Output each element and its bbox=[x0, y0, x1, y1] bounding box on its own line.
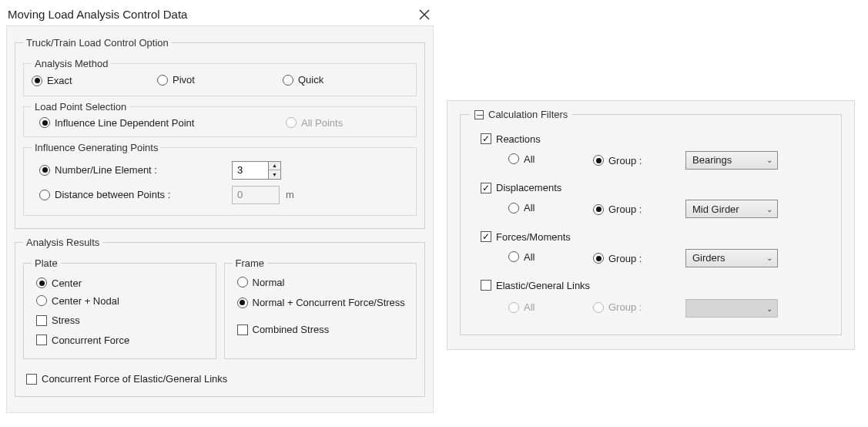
frame-combined-label: Combined Stress bbox=[253, 324, 330, 335]
calc-filters-legend-label: Calculation Filters bbox=[488, 109, 568, 120]
elastic-group-radio: Group : bbox=[593, 301, 642, 313]
load-point-selection-group: Load Point Selection Influence Line Depe… bbox=[23, 101, 417, 137]
analysis-results-legend: Analysis Results bbox=[23, 237, 102, 248]
elastic-all-radio: All bbox=[508, 301, 535, 313]
forces-group-value: Girders bbox=[692, 252, 726, 264]
forces-all-radio[interactable]: All bbox=[508, 251, 535, 263]
plate-concurrent-label: Concurrent Force bbox=[52, 335, 129, 346]
forces-group-radio[interactable]: Group : bbox=[593, 253, 642, 264]
forces-group-label: Group : bbox=[608, 253, 642, 264]
forces-all-label: All bbox=[524, 251, 535, 263]
frame-normal-conc-radio[interactable]: Normal + Concurrent Force/Stress bbox=[237, 297, 405, 308]
concurrent-links-checkbox[interactable]: Concurrent Force of Elastic/General Link… bbox=[26, 373, 227, 385]
lps-influence-label: Influence Line Dependent Point bbox=[55, 117, 194, 129]
igp-number-label: Number/Line Element : bbox=[55, 164, 157, 176]
igp-distance-radio[interactable]: Distance between Points : bbox=[39, 189, 232, 200]
reactions-group-radio[interactable]: Group : bbox=[593, 155, 642, 166]
plate-center-nodal-radio[interactable]: Center + Nodal bbox=[36, 295, 119, 307]
lps-legend: Load Point Selection bbox=[32, 101, 129, 113]
analysis-results-group: Analysis Results Plate Center Center + N… bbox=[15, 237, 425, 397]
frame-group: Frame Normal Normal + Concurrent Force/S… bbox=[224, 257, 417, 360]
dialog-body: Truck/Train Load Control Option Analysis… bbox=[6, 25, 434, 413]
frame-normal-radio[interactable]: Normal bbox=[237, 277, 285, 288]
displacements-group-radio[interactable]: Group : bbox=[593, 203, 642, 215]
method-quick-radio[interactable]: Quick bbox=[283, 74, 323, 86]
reactions-checkbox[interactable]: Reactions bbox=[481, 133, 541, 145]
lps-allpoints-label: All Points bbox=[301, 117, 343, 129]
elastic-group-label: Group : bbox=[608, 301, 642, 313]
reactions-group-label: Group : bbox=[608, 155, 642, 166]
igp-distance-input bbox=[232, 186, 280, 204]
frame-combined-checkbox[interactable]: Combined Stress bbox=[237, 324, 330, 335]
method-exact-label: Exact bbox=[47, 75, 72, 86]
plate-stress-label: Stress bbox=[52, 314, 80, 326]
analysis-method-legend: Analysis Method bbox=[32, 58, 111, 69]
calc-filters-legend-checkbox[interactable]: Calculation Filters bbox=[470, 109, 572, 120]
method-exact-radio[interactable]: Exact bbox=[32, 75, 72, 86]
chevron-down-icon: ⌄ bbox=[766, 205, 772, 214]
influence-generating-points-group: Influence Generating Points Number/Line … bbox=[23, 142, 417, 216]
chevron-down-icon: ⌄ bbox=[766, 304, 772, 313]
spinner-up-icon[interactable]: ▲ bbox=[269, 162, 280, 171]
lps-allpoints-radio[interactable]: All Points bbox=[286, 117, 343, 129]
frame-normal-label: Normal bbox=[253, 277, 285, 288]
chevron-down-icon: ⌄ bbox=[766, 156, 772, 164]
igp-number-spinner[interactable]: ▲ ▼ bbox=[232, 161, 281, 180]
plate-stress-checkbox[interactable]: Stress bbox=[36, 314, 80, 326]
moving-load-dialog: Moving Load Analysis Control Data Truck/… bbox=[6, 6, 434, 413]
forces-checkbox[interactable]: Forces/Moments bbox=[481, 231, 571, 243]
displacements-label: Displacements bbox=[496, 182, 561, 193]
igp-unit: m bbox=[286, 189, 294, 200]
frame-normal-conc-label: Normal + Concurrent Force/Stress bbox=[253, 297, 405, 308]
forces-group-combo[interactable]: Girders ⌄ bbox=[685, 249, 778, 267]
dialog-title: Moving Load Analysis Control Data bbox=[8, 8, 187, 21]
reactions-all-radio[interactable]: All bbox=[508, 153, 535, 165]
displacements-group-combo[interactable]: Mid Girder ⌄ bbox=[685, 200, 778, 218]
elastic-all-label: All bbox=[524, 301, 535, 313]
method-pivot-label: Pivot bbox=[173, 74, 195, 86]
displacements-all-radio[interactable]: All bbox=[508, 202, 535, 214]
lps-influence-radio[interactable]: Influence Line Dependent Point bbox=[39, 117, 255, 129]
reactions-label: Reactions bbox=[496, 133, 541, 145]
calculation-filters-panel: Calculation Filters Reactions All Group … bbox=[447, 100, 855, 350]
close-icon[interactable] bbox=[418, 8, 431, 21]
igp-number-radio[interactable]: Number/Line Element : bbox=[39, 164, 232, 176]
plate-concurrent-checkbox[interactable]: Concurrent Force bbox=[36, 335, 129, 346]
igp-number-input[interactable] bbox=[233, 162, 268, 179]
tristate-icon bbox=[474, 110, 484, 119]
displacements-all-label: All bbox=[524, 202, 535, 214]
chevron-down-icon: ⌄ bbox=[766, 254, 772, 262]
frame-legend: Frame bbox=[233, 257, 268, 269]
displacements-group-value: Mid Girder bbox=[692, 203, 739, 215]
concurrent-links-label: Concurrent Force of Elastic/General Link… bbox=[42, 373, 227, 385]
spinner-down-icon[interactable]: ▼ bbox=[269, 170, 280, 179]
method-quick-label: Quick bbox=[298, 74, 323, 86]
reactions-all-label: All bbox=[524, 153, 535, 165]
analysis-method-group: Analysis Method Exact Pivot Quick bbox=[23, 58, 417, 96]
reactions-group-value: Bearings bbox=[692, 154, 732, 166]
truck-train-group: Truck/Train Load Control Option Analysis… bbox=[15, 37, 425, 229]
plate-center-nodal-label: Center + Nodal bbox=[52, 295, 119, 307]
elastic-checkbox[interactable]: Elastic/General Links bbox=[481, 280, 590, 291]
displacements-group-label: Group : bbox=[608, 203, 642, 215]
plate-legend: Plate bbox=[32, 257, 61, 269]
igp-distance-label: Distance between Points : bbox=[55, 189, 170, 200]
reactions-group-combo[interactable]: Bearings ⌄ bbox=[685, 151, 778, 170]
plate-group: Plate Center Center + Nodal Stress Concu… bbox=[23, 257, 216, 360]
method-pivot-radio[interactable]: Pivot bbox=[157, 74, 195, 86]
elastic-label: Elastic/General Links bbox=[496, 280, 590, 291]
forces-label: Forces/Moments bbox=[496, 231, 571, 243]
igp-legend: Influence Generating Points bbox=[32, 142, 161, 153]
elastic-group-combo: ⌄ bbox=[685, 299, 778, 318]
plate-center-label: Center bbox=[52, 277, 82, 289]
dialog-header: Moving Load Analysis Control Data bbox=[6, 6, 434, 25]
truck-train-legend: Truck/Train Load Control Option bbox=[23, 37, 172, 49]
plate-center-radio[interactable]: Center bbox=[36, 277, 82, 289]
displacements-checkbox[interactable]: Displacements bbox=[481, 182, 561, 193]
